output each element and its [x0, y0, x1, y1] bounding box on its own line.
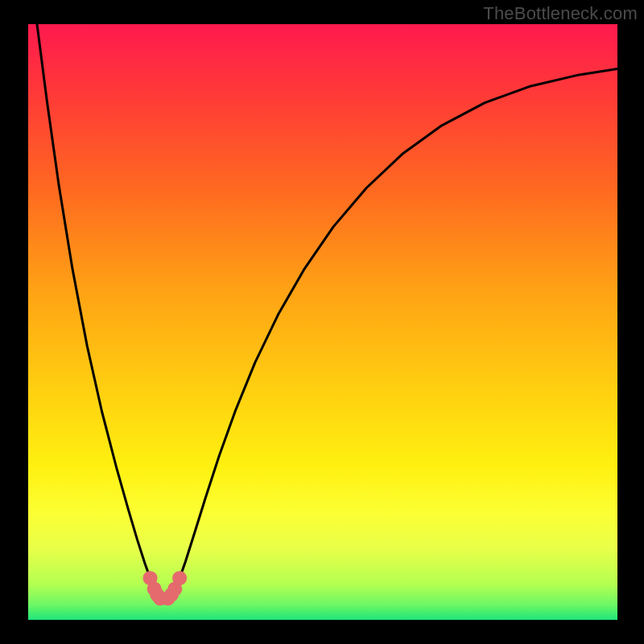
- watermark-text: TheBottleneck.com: [483, 3, 638, 24]
- optimal-marker: [172, 571, 187, 585]
- bottleneck-chart: [0, 0, 644, 644]
- plot-background: [28, 24, 617, 620]
- chart-container: { "watermark": "TheBottleneck.com", "cha…: [0, 0, 644, 644]
